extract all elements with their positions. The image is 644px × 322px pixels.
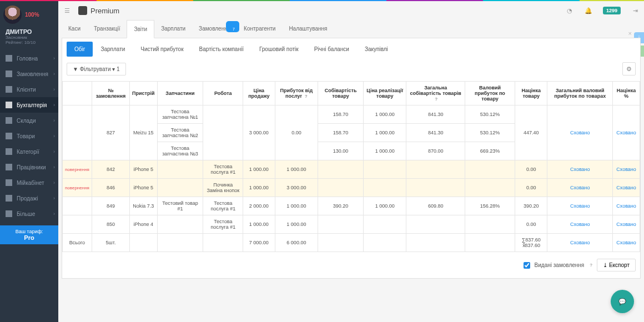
tab-5[interactable]: Контрагенти [237, 20, 282, 38]
user-pct: 100% [25, 12, 39, 18]
user-role: Засновник [6, 35, 53, 40]
clients-icon [6, 86, 12, 93]
hidden-link[interactable]: Сховано [616, 240, 636, 245]
tab-1[interactable]: Транзакції [87, 20, 127, 38]
col-11: Націнка товару [515, 82, 547, 105]
table-row: повернення842iPhone 5Тестова послуга #11… [63, 160, 640, 179]
sidebar-item-warehouses[interactable]: Склади› [0, 113, 58, 128]
report-table: № замовленняПристрійЗапчастиниРоботаЦіна… [62, 81, 640, 252]
sales-icon [6, 195, 12, 202]
hidden-link[interactable]: Сховано [616, 130, 636, 135]
hidden-link[interactable]: Сховано [616, 203, 636, 209]
col-5: Ціна продажу [243, 82, 275, 105]
subtab-1[interactable]: Зарплати [93, 42, 133, 57]
chevron-right-icon: › [53, 133, 55, 139]
brand-logo-icon [78, 6, 87, 15]
col-12: Загальний валовий прибуток по товарах [547, 82, 613, 105]
subtab-6[interactable]: Закупівлі [357, 42, 396, 57]
hidden-link[interactable]: Сховано [570, 240, 590, 245]
help-icon[interactable]: ? [435, 97, 437, 102]
col-7: Собівартість товару [318, 82, 364, 105]
tab-0[interactable]: Каси [62, 20, 87, 38]
col-13: Націнка % [613, 82, 640, 105]
hidden-link[interactable]: Сховано [570, 203, 590, 209]
user-rating: Рейтинг: 10/10 [6, 40, 53, 45]
sidebar-item-cabinet[interactable]: Мійкабінет› [0, 175, 58, 190]
tab-6[interactable]: Налаштування [282, 20, 334, 38]
table-row: 827Meizu 15Тестова запчастина №13 000.00… [63, 105, 640, 124]
hidden-link[interactable]: Сховано [616, 167, 636, 172]
subtab-4[interactable]: Грошовий потік [251, 42, 306, 57]
clock-icon[interactable]: ◔ [565, 6, 574, 15]
chevron-right-icon: › [53, 180, 55, 185]
filter-button[interactable]: ▼ Фільтрувати ▾ 1 [67, 63, 126, 76]
chevron-right-icon: › [53, 87, 55, 92]
chevron-right-icon: › [53, 149, 55, 154]
sidebar-item-sales[interactable]: Продажі› [0, 190, 58, 206]
sidebar-item-accounting[interactable]: Бухгалтерія› [0, 97, 58, 113]
brand-title: Premium [90, 7, 119, 15]
sidebar-item-employees[interactable]: Працівники› [0, 159, 58, 175]
menu-toggle-icon[interactable]: ☰ [63, 6, 72, 15]
hidden-link[interactable]: Сховано [616, 185, 636, 190]
hidden-link[interactable]: Сховано [570, 167, 590, 172]
sidebar-item-more[interactable]: Більше› [0, 206, 58, 222]
filter-count-bubble: 1 [117, 66, 120, 72]
hidden-link[interactable]: Сховано [570, 222, 590, 227]
chat-fab-icon[interactable]: 💬 [611, 290, 634, 313]
col-0 [63, 82, 92, 105]
chevron-right-icon: › [53, 71, 55, 77]
logout-icon[interactable]: ⇥ [631, 6, 640, 15]
plan-badge[interactable]: Ваш тариф: Pro [0, 225, 58, 244]
help-icon[interactable]: ? [590, 263, 592, 268]
orders-icon [6, 71, 12, 77]
chevron-right-icon: › [53, 195, 55, 201]
tab-2[interactable]: Звіти [127, 20, 154, 38]
col-1: № замовлення [92, 82, 129, 105]
subtab-3[interactable]: Вартість компанії [192, 42, 251, 57]
chevron-right-icon: › [53, 102, 55, 108]
subtab-0[interactable]: Обіг [67, 42, 93, 57]
export-button[interactable]: ⤓ Експорт [597, 259, 636, 271]
col-2: Пристрій [130, 82, 157, 105]
chevron-right-icon: › [53, 118, 55, 123]
close-icon[interactable]: × [622, 24, 638, 42]
more-icon [6, 210, 12, 217]
col-3: Запчастини [157, 82, 203, 105]
sidebar-item-products[interactable]: Товари› [0, 128, 58, 144]
table-row-total: Всього5шт.7 000.006 000.00∑837.60x̄837.6… [63, 234, 640, 252]
settings-button[interactable]: ⚙ [622, 62, 636, 76]
col-8: Ціна реалізації товару [363, 82, 406, 105]
hidden-link[interactable]: Сховано [570, 130, 590, 135]
deleted-orders-label: Видані замовлення [535, 262, 585, 268]
bell-icon[interactable]: 🔔 [584, 6, 593, 15]
sidebar-item-categories[interactable]: Категорії› [0, 144, 58, 159]
balance-badge[interactable]: 1299 [603, 7, 621, 14]
sidebar-item-orders[interactable]: Замовлення› [0, 66, 58, 82]
table-row: повернення846iPhone 5Починка Заміна кноп… [63, 179, 640, 197]
chevron-right-icon: › [53, 56, 55, 61]
home-icon [6, 55, 12, 62]
table-row: 850iPhone 4Тестова послуга #11 000.001 0… [63, 215, 640, 234]
col-6: Прибуток від послуг ? [275, 82, 318, 105]
warehouses-icon [6, 117, 12, 124]
hidden-link[interactable]: Сховано [570, 185, 590, 190]
tab-4[interactable]: Замовлення7 [192, 20, 237, 38]
col-4: Робота [203, 82, 243, 105]
chevron-right-icon: › [53, 211, 55, 217]
sidebar-item-clients[interactable]: Клієнти› [0, 82, 58, 97]
hidden-link[interactable]: Сховано [616, 222, 636, 227]
subtab-5[interactable]: Річні баланси [306, 42, 357, 57]
deleted-orders-checkbox[interactable] [524, 262, 530, 269]
help-icon[interactable]: ? [305, 94, 308, 99]
accounting-icon [6, 102, 12, 108]
avatar[interactable] [3, 6, 22, 24]
col-10: Валовий прибуток по товару [465, 82, 515, 105]
subtab-2[interactable]: Чистий прибуток [133, 42, 191, 57]
table-row: 849Nokia 7.3Тестовий товар #1Тестова пос… [63, 197, 640, 215]
employees-icon [6, 164, 12, 170]
cabinet-icon [6, 179, 12, 186]
sidebar-item-home[interactable]: Головна› [0, 51, 58, 66]
categories-icon [6, 148, 12, 155]
tab-3[interactable]: Зарплати [154, 20, 192, 38]
